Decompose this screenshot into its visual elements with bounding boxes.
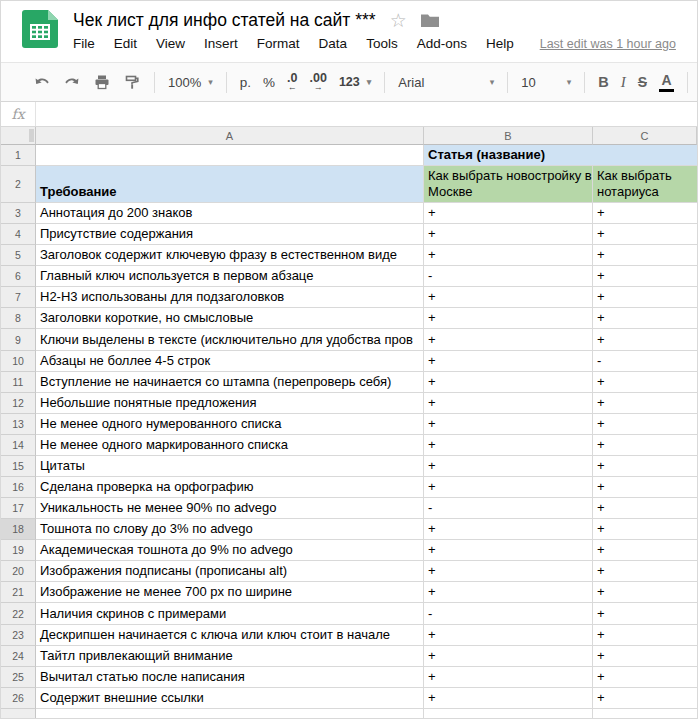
- row-header-22[interactable]: 22: [1, 603, 36, 624]
- row-header-21[interactable]: 21: [1, 582, 36, 603]
- cell-A5[interactable]: Заголовок содержит ключевую фразу в есте…: [36, 245, 424, 266]
- cell-C18[interactable]: +: [593, 519, 697, 540]
- cell-A8[interactable]: Заголовки короткие, но смысловые: [36, 308, 424, 329]
- cell-A17[interactable]: Уникальность не менее 90% по advego: [36, 498, 424, 519]
- column-header-A[interactable]: A: [36, 127, 424, 145]
- more-formats-button[interactable]: 123▾: [333, 69, 377, 95]
- row-header-20[interactable]: 20: [1, 561, 36, 582]
- row-header-15[interactable]: 15: [1, 456, 36, 477]
- formula-input[interactable]: [36, 102, 697, 126]
- cell-A6[interactable]: Главный ключ используется в первом абзац…: [36, 266, 424, 287]
- row-header-9[interactable]: 9: [1, 329, 36, 350]
- strikethrough-button[interactable]: S: [632, 69, 653, 95]
- row-header-19[interactable]: 19: [1, 540, 36, 561]
- row-header-4[interactable]: 4: [1, 224, 36, 245]
- row-header-26[interactable]: 26: [1, 688, 36, 709]
- cell-B5[interactable]: +: [424, 245, 593, 266]
- cell-C6[interactable]: +: [593, 266, 697, 287]
- percent-format-button[interactable]: %: [257, 69, 281, 95]
- row-header-5[interactable]: 5: [1, 245, 36, 266]
- decrease-decimal-button[interactable]: .0 ←: [281, 69, 303, 95]
- zoom-select[interactable]: 100%▾: [162, 69, 219, 95]
- row-header-16[interactable]: 16: [1, 477, 36, 498]
- cell-A27[interactable]: [36, 709, 424, 718]
- cell-A22[interactable]: Наличия скринов с примерами: [36, 603, 424, 624]
- menu-item-add-ons[interactable]: Add-ons: [417, 36, 467, 51]
- select-all-corner[interactable]: [1, 127, 36, 145]
- cell-A19[interactable]: Академическая тошнота до 9% по advego: [36, 540, 424, 561]
- cell-A20[interactable]: Изображения подписаны (прописаны alt): [36, 561, 424, 582]
- cell-A9[interactable]: Ключи выделены в тексте (исключительно д…: [36, 329, 424, 350]
- row-header-8[interactable]: 8: [1, 308, 36, 329]
- cell-B17[interactable]: -: [424, 498, 593, 519]
- cell-B4[interactable]: +: [424, 224, 593, 245]
- cell-C22[interactable]: +: [593, 603, 697, 624]
- cell-A16[interactable]: Сделана проверка на орфографию: [36, 477, 424, 498]
- cell-C4[interactable]: +: [593, 224, 697, 245]
- row-header-11[interactable]: 11: [1, 372, 36, 393]
- cell-B20[interactable]: +: [424, 561, 593, 582]
- cell-A26[interactable]: Содержит внешние ссылки: [36, 688, 424, 709]
- bold-button[interactable]: B: [592, 69, 614, 95]
- cell-B6[interactable]: -: [424, 266, 593, 287]
- cell-C21[interactable]: +: [593, 582, 697, 603]
- row-header-3[interactable]: 3: [1, 203, 36, 224]
- cell-A12[interactable]: Небольшие понятные предложения: [36, 393, 424, 414]
- menu-item-view[interactable]: View: [156, 36, 185, 51]
- cell-C8[interactable]: +: [593, 308, 697, 329]
- doc-title[interactable]: Чек лист для инфо статей на сайт ***: [73, 10, 376, 31]
- menu-item-format[interactable]: Format: [257, 36, 300, 51]
- last-edit-link[interactable]: Last edit was 1 hour ago: [540, 37, 676, 51]
- redo-button[interactable]: [57, 69, 87, 95]
- row-header-27[interactable]: [1, 709, 36, 718]
- font-size-select[interactable]: 10▾: [515, 69, 577, 95]
- cell-B16[interactable]: +: [424, 477, 593, 498]
- cell-B9[interactable]: +: [424, 329, 593, 350]
- cell-A3[interactable]: Аннотация до 200 знаков: [36, 203, 424, 224]
- cell-A10[interactable]: Абзацы не боллее 4-5 строк: [36, 351, 424, 372]
- cell-C16[interactable]: +: [593, 477, 697, 498]
- row-header-2[interactable]: 2: [1, 166, 36, 203]
- menu-item-insert[interactable]: Insert: [204, 36, 238, 51]
- currency-format-button[interactable]: р.: [234, 69, 257, 95]
- italic-button[interactable]: I: [615, 69, 632, 95]
- cell-A14[interactable]: Не менее одного маркированного списка: [36, 435, 424, 456]
- cell-B19[interactable]: +: [424, 540, 593, 561]
- cell-C14[interactable]: +: [593, 435, 697, 456]
- menu-item-tools[interactable]: Tools: [366, 36, 398, 51]
- row-header-24[interactable]: 24: [1, 646, 36, 667]
- sheets-logo-icon[interactable]: [22, 10, 58, 48]
- row-header-10[interactable]: 10: [1, 351, 36, 372]
- cell-B27[interactable]: [424, 709, 593, 718]
- cell-A1[interactable]: [36, 145, 424, 166]
- cell-C24[interactable]: +: [593, 646, 697, 667]
- cell-C12[interactable]: +: [593, 393, 697, 414]
- text-color-button[interactable]: A: [653, 69, 680, 95]
- cell-B3[interactable]: +: [424, 203, 593, 224]
- cell-A21[interactable]: Изображение не менее 700 px по ширине: [36, 582, 424, 603]
- row-header-18[interactable]: 18: [1, 519, 36, 540]
- cell-B18[interactable]: +: [424, 519, 593, 540]
- cell-A7[interactable]: H2-H3 использованы для подзаголовков: [36, 287, 424, 308]
- cell-A2[interactable]: Требование: [36, 166, 424, 203]
- row-header-1[interactable]: 1: [1, 145, 36, 166]
- row-header-13[interactable]: 13: [1, 414, 36, 435]
- increase-decimal-button[interactable]: .00 →: [304, 69, 333, 95]
- cell-A13[interactable]: Не менее одного нумерованного списка: [36, 414, 424, 435]
- cell-B21[interactable]: +: [424, 582, 593, 603]
- cell-C17[interactable]: +: [593, 498, 697, 519]
- cell-C15[interactable]: +: [593, 456, 697, 477]
- menu-item-data[interactable]: Data: [319, 36, 348, 51]
- row-header-7[interactable]: 7: [1, 287, 36, 308]
- row-header-12[interactable]: 12: [1, 393, 36, 414]
- cell-B12[interactable]: +: [424, 393, 593, 414]
- cell-B15[interactable]: +: [424, 456, 593, 477]
- cell-A15[interactable]: Цитаты: [36, 456, 424, 477]
- star-icon[interactable]: ☆: [390, 11, 407, 30]
- row-header-6[interactable]: 6: [1, 266, 36, 287]
- print-button[interactable]: [87, 69, 117, 95]
- cell-A4[interactable]: Присутствие содержания: [36, 224, 424, 245]
- row-header-25[interactable]: 25: [1, 667, 36, 688]
- cell-C26[interactable]: +: [593, 688, 697, 709]
- cell-B10[interactable]: +: [424, 351, 593, 372]
